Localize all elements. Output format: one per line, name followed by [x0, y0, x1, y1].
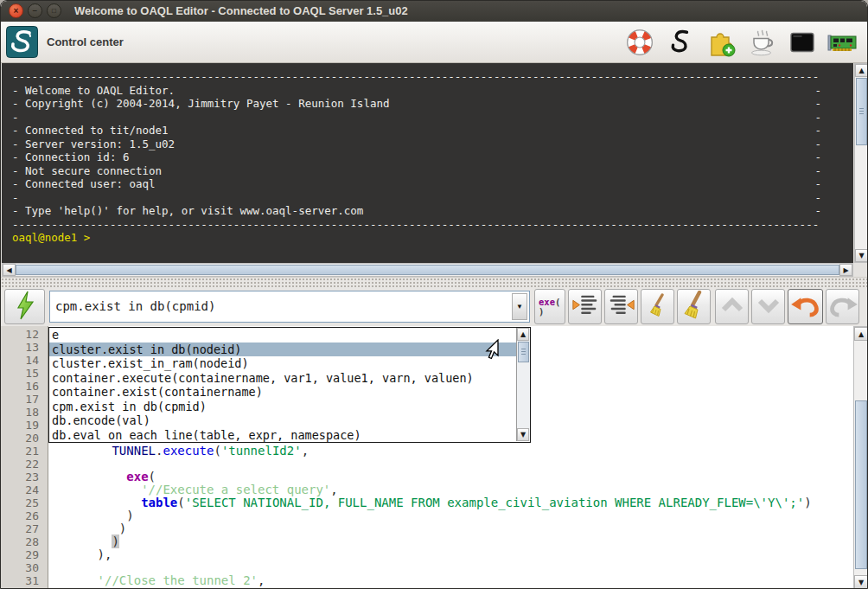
line-number: 23: [1, 471, 48, 483]
line-number: 13: [1, 341, 48, 354]
scrollbar-thumb[interactable]: [16, 265, 839, 275]
dropdown-scrollbar[interactable]: ▲ ▼: [516, 328, 530, 441]
code-line: TUNNEL.execute('tunnelId2',: [54, 445, 309, 458]
terminal-vertical-scrollbar[interactable]: ▲ ▼: [854, 63, 868, 263]
command-bar: ▼ exe( ): [1, 287, 867, 326]
scroll-down-arrow-icon[interactable]: ▼: [854, 575, 868, 589]
autocomplete-item[interactable]: db.eval_on_each_line(table, expr, namesp…: [49, 428, 516, 443]
add-plugin-puzzle-icon[interactable]: [705, 26, 737, 59]
broom-large-icon: [681, 291, 707, 323]
scrollbar-thumb[interactable]: [856, 78, 867, 145]
line-number: 15: [1, 367, 48, 380]
command-combobox[interactable]: ▼: [49, 291, 530, 323]
terminal-view[interactable]: ----------------------------------------…: [2, 63, 853, 263]
move-down-button[interactable]: [751, 289, 785, 324]
terminal-prompt: oaql@node1 >: [12, 231, 821, 245]
snake-icon[interactable]: [664, 26, 697, 59]
line-number: 21: [1, 445, 48, 458]
code-line: ): [54, 522, 126, 535]
line-number: 28: [1, 535, 48, 548]
scrollbar-thumb[interactable]: [518, 342, 529, 362]
line-number: 29: [1, 548, 48, 561]
code-line: '//Close the tunnel 2',: [54, 574, 265, 587]
scroll-right-arrow-icon[interactable]: ▶: [839, 264, 852, 276]
window-title: Welcome to OAQL Editor - Connected to OA…: [74, 1, 408, 22]
line-number: 18: [1, 406, 48, 419]
scrollbar-thumb[interactable]: [855, 400, 867, 569]
redo-button[interactable]: [826, 289, 859, 324]
chevron-down-icon: ▼: [516, 303, 523, 311]
line-number: 12: [1, 328, 48, 341]
line-number: 24: [1, 483, 48, 496]
code-line: exe(: [54, 471, 156, 483]
command-input[interactable]: [52, 293, 512, 318]
maximize-button[interactable]: □: [47, 3, 61, 18]
undo-button[interactable]: [788, 289, 823, 324]
scroll-left-arrow-icon[interactable]: ◀: [3, 264, 16, 276]
line-number-gutter: 1213141516171819202122232425262728293031: [1, 326, 48, 589]
minimize-button[interactable]: −: [28, 3, 42, 18]
outdent-button[interactable]: [604, 289, 638, 324]
close-button[interactable]: ×: [9, 3, 23, 18]
network-card-icon[interactable]: [827, 26, 859, 59]
indent-icon: [571, 291, 600, 322]
broom-small-icon: [648, 293, 668, 321]
line-number: 26: [1, 509, 48, 522]
titlebar[interactable]: × − □ Welcome to OAQL Editor - Connected…: [1, 1, 867, 22]
terminal-panel: ----------------------------------------…: [1, 63, 868, 278]
line-number: 27: [1, 522, 48, 535]
code-line: '//Execute a select query',: [54, 483, 338, 496]
scroll-up-arrow-icon[interactable]: ▲: [517, 328, 529, 341]
autocomplete-item[interactable]: cluster.exist_in_db(nodeid): [49, 343, 516, 357]
lightning-bolt-icon: [15, 290, 35, 324]
autocomplete-dropdown: ecluster.exist_in_db(nodeid)cluster.exis…: [48, 327, 531, 443]
oaql-editor-window: × − □ Welcome to OAQL Editor - Connected…: [0, 0, 868, 589]
code-line: ): [54, 535, 119, 548]
redo-icon: [827, 293, 858, 321]
scroll-up-arrow-icon[interactable]: ▲: [855, 64, 868, 77]
maximize-icon: □: [52, 7, 56, 16]
indent-button[interactable]: [568, 289, 602, 324]
autocomplete-item[interactable]: e: [49, 328, 516, 343]
chevron-down-icon: [755, 293, 782, 321]
move-up-button[interactable]: [715, 289, 749, 324]
exe-wrap-button[interactable]: exe( ): [534, 289, 565, 324]
editor-vertical-scrollbar[interactable]: ▲ ▼: [853, 326, 868, 589]
code-line: ): [54, 509, 134, 522]
control-center-label: Control center: [47, 35, 124, 48]
code-line: table('SELECT NATIONAL_ID, FULL_NAME FRO…: [54, 496, 812, 509]
oaql-logo-icon: [6, 26, 38, 58]
close-icon: ×: [14, 7, 19, 16]
line-number: 25: [1, 496, 48, 509]
line-number: 20: [1, 432, 48, 445]
scroll-down-arrow-icon[interactable]: ▼: [517, 428, 529, 441]
autocomplete-item[interactable]: db.encode(val): [49, 413, 516, 428]
autocomplete-item[interactable]: cluster.exist_in_ram(nodeid): [49, 356, 516, 371]
scroll-up-arrow-icon[interactable]: ▲: [854, 327, 868, 341]
coffee-icon[interactable]: [745, 26, 778, 59]
chevron-up-icon: [718, 293, 746, 321]
run-button[interactable]: [4, 289, 45, 324]
code-line: ),: [54, 548, 112, 561]
terminal-output: ----------------------------------------…: [12, 70, 821, 245]
autocomplete-item[interactable]: cpm.exist_in_db(cpmid): [49, 400, 516, 414]
line-number: 16: [1, 380, 48, 393]
terminal-horizontal-scrollbar[interactable]: ◀ ▶: [2, 263, 853, 277]
line-number: 14: [1, 354, 48, 367]
clean-all-button[interactable]: [677, 289, 711, 324]
help-lifebuoy-icon[interactable]: [623, 26, 656, 59]
minimize-icon: −: [33, 7, 38, 16]
line-number: 31: [1, 574, 48, 587]
autocomplete-item[interactable]: container.execute(containername, var1, v…: [49, 371, 516, 386]
undo-icon: [790, 293, 821, 321]
scroll-down-arrow-icon[interactable]: ▼: [855, 249, 868, 262]
scrollbar-corner: [854, 263, 868, 277]
autocomplete-item[interactable]: container.exist(containername): [49, 385, 516, 400]
terminal-screen-icon[interactable]: [786, 26, 819, 59]
line-number: 19: [1, 419, 48, 432]
outdent-icon: [607, 291, 636, 322]
toolbar-icons: [623, 26, 859, 59]
line-number: 17: [1, 393, 48, 406]
combobox-dropdown-button[interactable]: ▼: [512, 293, 527, 320]
clean-small-button[interactable]: [641, 289, 674, 324]
